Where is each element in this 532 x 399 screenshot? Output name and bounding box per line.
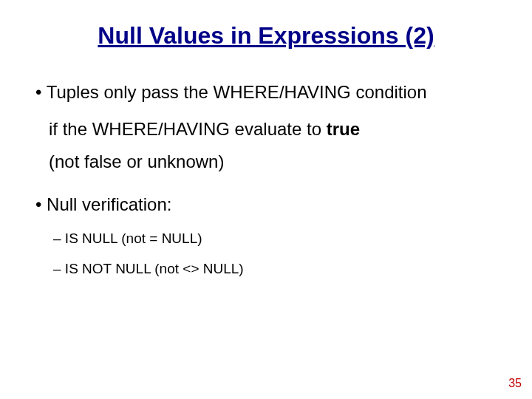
bullet-1-line-2-text: if the WHERE/HAVING evaluate to <box>49 119 327 139</box>
bullet-1-line-2: if the WHERE/HAVING evaluate to true <box>49 116 510 143</box>
page-number: 35 <box>508 377 522 390</box>
slide-title: Null Values in Expressions (2) <box>22 22 510 50</box>
sub-bullet-2: IS NOT NULL (not <> NULL) <box>66 259 510 280</box>
bullet-1-line-1: Tuples only pass the WHERE/HAVING condit… <box>35 79 510 106</box>
sub-bullet-1: IS NULL (not = NULL) <box>66 228 510 250</box>
bullet-2: Null verification: <box>35 191 510 218</box>
bullet-1-true-word: true <box>327 119 360 139</box>
bullet-1-line-3: (not false or unknown) <box>49 149 510 175</box>
